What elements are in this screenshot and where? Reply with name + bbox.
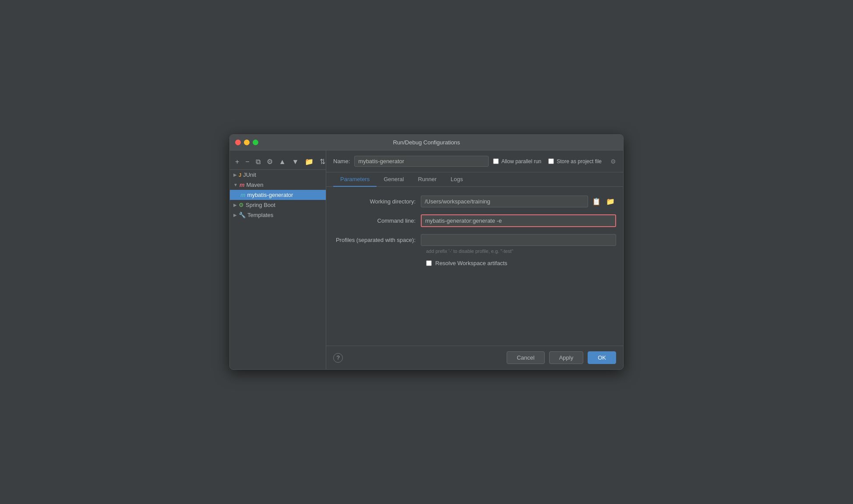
tree-item-maven[interactable]: ▼ m Maven [230,180,326,190]
left-toolbar: + − ⧉ ⚙ ▲ ▼ 📁 ⇅ [230,154,326,170]
working-directory-row: Working directory: 📋 📁 [333,196,616,207]
chevron-right-templates-icon: ▶ [233,213,237,217]
resolve-workspace-row: Resolve Workspace artifacts [426,260,616,266]
store-as-project-file-checkbox[interactable] [548,158,554,164]
name-row: Name: Allow parallel run Store as projec… [326,150,623,172]
templates-label: Templates [247,212,273,218]
templates-icon: 🔧 [239,212,246,218]
mybatis-generator-label: mybatis-generator [247,192,293,198]
close-button[interactable] [235,140,241,145]
working-directory-label: Working directory: [333,198,421,205]
gear-icon: ⚙ [610,158,616,165]
copy-config-button[interactable]: ⧉ [254,157,262,167]
left-panel: + − ⧉ ⚙ ▲ ▼ 📁 ⇅ ▶ J JUnit ▼ m Maven [230,150,326,369]
tree-item-junit[interactable]: ▶ J JUnit [230,170,326,180]
resolve-workspace-label: Resolve Workspace artifacts [435,260,508,266]
working-directory-folder-btn[interactable]: 📁 [605,196,616,207]
window-title: Run/Debug Configurations [393,139,460,146]
tree-item-spring-boot[interactable]: ▶ ⚙ Spring Boot [230,200,326,210]
junit-label: JUnit [243,172,256,178]
chevron-right-icon: ▶ [233,172,237,177]
tabs-bar: Parameters General Runner Logs [326,172,623,187]
title-bar: Run/Debug Configurations [230,135,623,150]
cancel-button[interactable]: Cancel [507,351,544,364]
profiles-row: Profiles (separated with space): [333,234,616,246]
command-line-input[interactable] [421,214,616,227]
profiles-hint: add prefix '-' to disable profile, e.g. … [426,248,616,254]
working-directory-browse-icon-btn[interactable]: 📋 [591,196,602,207]
settings-button[interactable]: ⚙ [265,157,275,167]
parallel-run-area: Allow parallel run Store as project file… [493,158,616,165]
ok-button[interactable]: OK [588,351,616,364]
maximize-button[interactable] [253,140,258,145]
allow-parallel-run-label[interactable]: Allow parallel run [493,158,541,164]
spring-boot-label: Spring Boot [246,202,275,208]
working-directory-input-wrap: 📋 📁 [421,196,616,207]
command-line-label: Command line: [333,217,421,224]
footer-right: Cancel Apply OK [507,351,616,364]
help-button[interactable]: ? [333,353,343,363]
command-line-input-wrap [421,214,616,227]
move-down-button[interactable]: ▼ [290,157,301,167]
tree-item-templates[interactable]: ▶ 🔧 Templates [230,210,326,220]
mybatis-icon: m [240,192,246,198]
tab-general[interactable]: General [377,172,411,187]
tree-item-mybatis-generator[interactable]: m mybatis-generator [230,190,326,200]
allow-parallel-run-checkbox[interactable] [493,158,499,164]
resolve-workspace-checkbox[interactable] [426,260,432,266]
form-area: Working directory: 📋 📁 Command line: [326,187,623,346]
junit-icon: J [239,172,241,178]
profiles-input-wrap [421,234,616,246]
store-as-project-file-label[interactable]: Store as project file [548,158,602,164]
apply-button[interactable]: Apply [549,351,584,364]
traffic-lights [235,140,258,145]
maven-label: Maven [246,182,263,188]
profiles-input[interactable] [421,234,616,246]
name-input[interactable] [354,156,489,167]
right-panel: Name: Allow parallel run Store as projec… [326,150,623,369]
profiles-label: Profiles (separated with space): [333,237,421,243]
tab-parameters[interactable]: Parameters [333,172,377,187]
name-field-label: Name: [333,158,350,164]
run-debug-dialog: Run/Debug Configurations + − ⧉ ⚙ ▲ ▼ 📁 ⇅… [229,134,624,370]
footer: ? Cancel Apply OK [326,346,623,369]
folder-button[interactable]: 📁 [303,157,315,167]
move-up-button[interactable]: ▲ [277,157,288,167]
working-directory-input[interactable] [421,196,588,207]
chevron-down-icon: ▼ [233,182,238,187]
maven-icon: m [240,182,245,188]
minimize-button[interactable] [244,140,250,145]
remove-config-button[interactable]: − [243,157,251,167]
command-line-row: Command line: [333,214,616,227]
springboot-icon: ⚙ [239,202,244,208]
footer-left: ? [333,353,343,363]
tab-runner[interactable]: Runner [411,172,444,187]
main-content: + − ⧉ ⚙ ▲ ▼ 📁 ⇅ ▶ J JUnit ▼ m Maven [230,150,623,369]
tab-logs[interactable]: Logs [444,172,470,187]
add-config-button[interactable]: + [233,157,241,167]
chevron-right-spring-icon: ▶ [233,203,237,207]
